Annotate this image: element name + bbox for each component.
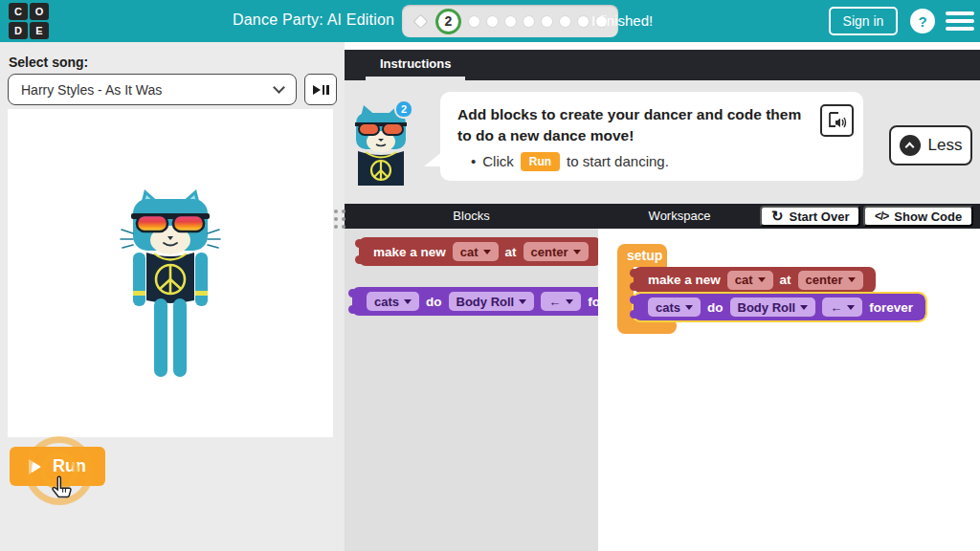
song-dropdown-value: Harry Styles - As It Was bbox=[21, 82, 162, 98]
panel-resize-handle[interactable] bbox=[334, 209, 345, 229]
lightbulb-badge: 2 bbox=[394, 99, 413, 119]
dropdown-arrow-icon bbox=[848, 277, 856, 282]
logo-letter: D bbox=[9, 22, 28, 39]
dropdown-cats[interactable]: cats bbox=[367, 292, 419, 311]
dropdown-arrow-icon bbox=[800, 305, 808, 310]
blocks-pane-title: Blocks bbox=[345, 204, 598, 229]
cat-dancer bbox=[118, 187, 223, 388]
instructions-and-code-panel: Instructions bbox=[345, 42, 980, 551]
hand-cursor-icon bbox=[50, 474, 75, 503]
page-title: Dance Party: AI Edition bbox=[233, 11, 394, 29]
panes-header: Blocks Workspace ↺ Start Over </> Show C… bbox=[345, 204, 980, 229]
sign-in-button[interactable]: Sign in bbox=[829, 7, 898, 35]
code-workspace[interactable]: setup make a new cat at center cats do B… bbox=[598, 229, 980, 551]
tab-instructions[interactable]: Instructions bbox=[366, 50, 465, 80]
menu-icon[interactable] bbox=[946, 11, 974, 31]
dropdown-arrow-icon bbox=[566, 299, 573, 304]
dance-stage bbox=[8, 109, 333, 437]
song-dropdown[interactable]: Harry Styles - As It Was bbox=[8, 74, 297, 105]
dropdown-arrow-icon bbox=[404, 299, 412, 304]
dropdown-arrow-icon bbox=[573, 250, 581, 254]
dropdown-body-roll[interactable]: Body Roll bbox=[730, 298, 816, 317]
help-icon[interactable]: ? bbox=[910, 9, 935, 33]
workspace-block-make-new[interactable]: make a new cat at center bbox=[634, 267, 876, 293]
finished-label[interactable]: I finished! bbox=[591, 12, 653, 29]
instructions-body: 2 Add blocks to create your dancer and c… bbox=[345, 80, 980, 204]
cat-mascot-avatar: 2 bbox=[352, 103, 415, 186]
dance-party-app: C O D E Dance Party: AI Edition 2 I fini… bbox=[0, 0, 980, 551]
progress-dot[interactable] bbox=[468, 15, 480, 28]
code-org-logo[interactable]: C O D E bbox=[9, 3, 49, 39]
undo-icon: ↺ bbox=[771, 208, 784, 225]
level-progress-bar: 2 bbox=[402, 5, 618, 37]
logo-letter: C bbox=[9, 3, 28, 20]
play-pause-icon bbox=[313, 85, 321, 95]
dropdown-cats[interactable]: cats bbox=[648, 298, 701, 317]
logo-letter: E bbox=[30, 22, 49, 39]
progress-dot[interactable] bbox=[523, 15, 535, 28]
top-header: C O D E Dance Party: AI Edition 2 I fini… bbox=[0, 0, 980, 42]
dropdown-arrow-icon bbox=[685, 305, 693, 310]
select-song-label: Select song: bbox=[9, 55, 88, 70]
run-label: Run bbox=[53, 456, 86, 476]
progress-dot[interactable] bbox=[504, 15, 517, 28]
dropdown-arrow-icon bbox=[483, 250, 491, 254]
blocks-palette: make a new cat at center cats do Body Ro… bbox=[345, 229, 598, 551]
setup-block-label[interactable]: setup bbox=[617, 244, 667, 267]
less-button[interactable]: Less bbox=[889, 125, 972, 165]
song-play-pause-button[interactable] bbox=[304, 74, 337, 105]
workspace-block-do-move[interactable]: cats do Body Roll ← forever bbox=[634, 294, 925, 320]
workspace-pane-title: Workspace bbox=[598, 204, 761, 229]
progress-dot[interactable] bbox=[486, 15, 499, 28]
progress-dot[interactable] bbox=[541, 15, 553, 28]
bullet-dot: • bbox=[471, 153, 476, 169]
song-and-stage-panel: Select song: Harry Styles - As It Was bbox=[0, 42, 345, 551]
dropdown-arrow-icon bbox=[758, 277, 766, 282]
progress-dot[interactable] bbox=[559, 15, 571, 28]
level-diamond-icon[interactable] bbox=[413, 13, 429, 29]
dropdown-cat[interactable]: cat bbox=[727, 271, 773, 290]
palette-block-make-new[interactable]: make a new cat at center bbox=[359, 237, 598, 266]
run-play-icon bbox=[29, 459, 41, 474]
dropdown-direction[interactable]: ← bbox=[822, 298, 862, 317]
current-level-bubble[interactable]: 2 bbox=[435, 9, 461, 34]
instructions-tabbar: Instructions bbox=[345, 50, 980, 80]
instruction-text: Add blocks to create your dancer and cod… bbox=[457, 104, 807, 147]
dropdown-arrow-icon bbox=[519, 299, 526, 304]
dropdown-cat[interactable]: cat bbox=[453, 242, 499, 261]
dropdown-center[interactable]: center bbox=[523, 242, 589, 261]
read-aloud-icon bbox=[828, 111, 847, 130]
palette-block-do-move[interactable]: cats do Body Roll ← forever bbox=[352, 287, 598, 316]
instruction-bullet: • Click Run to start dancing. bbox=[471, 152, 813, 171]
instruction-speech-bubble: Add blocks to create your dancer and cod… bbox=[440, 92, 863, 181]
code-icon: </> bbox=[875, 209, 888, 223]
progress-dots bbox=[468, 15, 608, 28]
dropdown-arrow-icon bbox=[847, 305, 855, 310]
progress-dot[interactable] bbox=[577, 15, 590, 28]
dropdown-body-roll[interactable]: Body Roll bbox=[449, 292, 535, 311]
show-code-button[interactable]: </> Show Code bbox=[863, 206, 973, 227]
setup-block[interactable]: setup make a new cat at center cats do B… bbox=[617, 244, 914, 336]
run-inline-badge: Run bbox=[521, 152, 560, 171]
start-over-button[interactable]: ↺ Start Over bbox=[760, 206, 860, 227]
chevron-up-icon bbox=[900, 135, 921, 156]
read-aloud-button[interactable] bbox=[820, 104, 854, 137]
logo-letter: O bbox=[30, 3, 49, 20]
dropdown-center[interactable]: center bbox=[798, 271, 863, 290]
chevron-down-icon bbox=[273, 81, 285, 94]
dropdown-direction[interactable]: ← bbox=[541, 292, 581, 311]
